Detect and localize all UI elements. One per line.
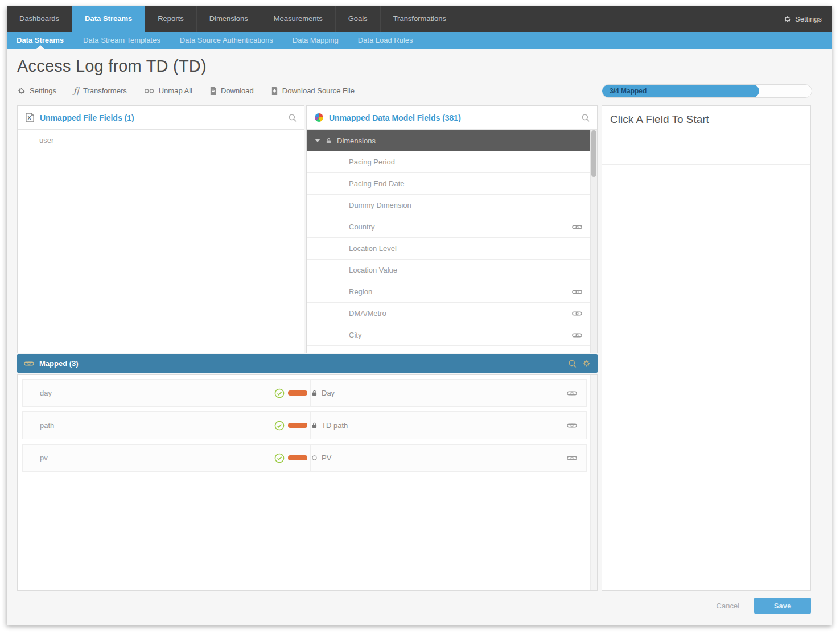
mapping-progress-label: 3/4 Mapped — [602, 87, 647, 95]
unlink-icon — [144, 88, 155, 94]
file-panel-header: X Unmapped File Fields (1) — [18, 106, 304, 130]
footer-actions: Cancel Save — [717, 598, 811, 614]
check-circle-icon — [274, 453, 285, 463]
tab-measurements[interactable]: Measurements — [261, 6, 336, 32]
top-nav: Dashboards Data Streams Reports Dimensio… — [7, 6, 832, 32]
lock-icon — [326, 138, 331, 144]
model-field-row[interactable]: Pacing Period — [307, 151, 590, 173]
gear-icon — [783, 15, 792, 23]
scrollbar-thumb[interactable] — [591, 130, 596, 177]
model-field-row[interactable]: Location Value — [307, 260, 590, 281]
link-icon[interactable] — [567, 423, 577, 429]
sub-nav: Data Streams Data Stream Templates Data … — [7, 32, 832, 49]
file-field-row-user[interactable]: user — [18, 130, 304, 151]
subnav-data-stream-templates[interactable]: Data Stream Templates — [73, 32, 170, 49]
model-panel-scrollbar[interactable] — [590, 130, 597, 353]
search-icon[interactable] — [568, 359, 577, 368]
model-panel-header: Unmapped Data Model Fields (381) — [307, 106, 597, 130]
unmapped-file-fields-panel: X Unmapped File Fields (1) user — [17, 105, 304, 353]
mapped-row-day[interactable]: day Day — [22, 379, 587, 407]
measurement-icon — [312, 455, 317, 461]
tab-dimensions[interactable]: Dimensions — [197, 6, 261, 32]
unmapped-data-model-fields-panel: Unmapped Data Model Fields (381) Dimensi… — [306, 105, 598, 353]
subnav-data-mapping[interactable]: Data Mapping — [283, 32, 348, 49]
search-icon[interactable] — [581, 113, 590, 122]
gear-icon — [17, 87, 26, 95]
mapping-connector — [288, 390, 307, 396]
mapped-section-header[interactable]: Mapped (3) — [17, 354, 598, 373]
dimensions-group-header[interactable]: Dimensions — [307, 130, 590, 151]
toolbar: Settings ƒ| Transformers Unmap All Downl… — [17, 87, 355, 95]
page-title: Access Log from TD (TD) — [17, 57, 207, 76]
subnav-data-load-rules[interactable]: Data Load Rules — [348, 32, 423, 49]
model-panel-title: Unmapped Data Model Fields (381) — [329, 113, 461, 122]
tab-transformations[interactable]: Transformations — [381, 6, 459, 32]
inspector-title: Click A Field To Start — [602, 106, 810, 165]
settings-menu-label: Settings — [795, 15, 822, 23]
subnav-data-streams[interactable]: Data Streams — [7, 32, 73, 49]
mapped-file-field: path — [40, 421, 54, 430]
link-icon[interactable] — [572, 289, 582, 295]
link-icon[interactable] — [572, 224, 582, 230]
gear-icon[interactable] — [582, 359, 591, 368]
svg-text:X: X — [28, 115, 31, 121]
mapping-connector — [288, 423, 307, 428]
mapped-row-path[interactable]: path TD path — [22, 411, 587, 439]
transformers-button[interactable]: ƒ| Transformers — [73, 87, 127, 95]
search-icon[interactable] — [288, 113, 297, 122]
data-model-icon — [315, 113, 323, 122]
model-field-row[interactable]: Dummy Dimension — [307, 195, 590, 216]
mapped-file-field: day — [40, 389, 52, 397]
mapped-file-field: pv — [40, 454, 48, 462]
model-field-row[interactable]: DMA/Metro — [307, 303, 590, 324]
mapped-model-field: PV — [322, 454, 331, 462]
subnav-data-source-authentications[interactable]: Data Source Authentications — [170, 32, 283, 49]
mapped-model-field: Day — [322, 389, 335, 397]
tab-reports[interactable]: Reports — [145, 6, 197, 32]
settings-menu-button[interactable]: Settings — [773, 6, 832, 32]
mapped-model-field: TD path — [322, 421, 348, 430]
lock-icon — [312, 390, 317, 396]
unmap-all-button[interactable]: Unmap All — [144, 87, 192, 95]
file-icon: X — [26, 113, 34, 122]
link-icon[interactable] — [572, 332, 582, 338]
collapse-triangle-icon — [315, 139, 320, 142]
mapping-progress-bar: 3/4 Mapped — [602, 84, 812, 98]
download-button[interactable]: Download — [209, 87, 254, 95]
model-field-list: Pacing Period Pacing End Date Dummy Dime… — [307, 151, 590, 346]
tab-data-streams[interactable]: Data Streams — [72, 6, 145, 32]
tab-dashboards[interactable]: Dashboards — [7, 6, 72, 32]
row-divider — [310, 445, 311, 471]
field-inspector-panel: Click A Field To Start — [602, 105, 811, 591]
model-field-row[interactable]: Region — [307, 281, 590, 303]
check-circle-icon — [274, 421, 285, 431]
app-window: Dashboards Data Streams Reports Dimensio… — [7, 6, 832, 625]
mapped-section-title: Mapped (3) — [39, 359, 79, 368]
download-icon — [209, 87, 217, 95]
row-divider — [310, 380, 311, 406]
link-icon — [24, 361, 34, 367]
download-source-file-button[interactable]: Download Source File — [271, 87, 355, 95]
function-icon: ƒ| — [73, 87, 79, 94]
mapping-connector — [288, 455, 307, 460]
link-icon[interactable] — [572, 311, 582, 316]
model-field-row[interactable]: City — [307, 324, 590, 346]
main-content: Access Log from TD (TD) Settings ƒ| Tran… — [7, 49, 832, 625]
lock-icon — [312, 422, 317, 429]
mapped-row-pv[interactable]: pv PV — [22, 444, 587, 472]
stream-settings-button[interactable]: Settings — [17, 87, 56, 95]
link-icon[interactable] — [567, 390, 577, 396]
link-icon[interactable] — [567, 455, 577, 461]
active-subnav-caret — [36, 45, 44, 49]
row-divider — [310, 412, 311, 439]
model-field-row[interactable]: Country — [307, 216, 590, 238]
mapped-list: day Day — [17, 374, 598, 591]
tab-goals[interactable]: Goals — [336, 6, 381, 32]
cancel-button[interactable]: Cancel — [717, 602, 739, 610]
model-field-row[interactable]: Location Level — [307, 238, 590, 260]
mapped-list-scrollbar[interactable] — [590, 374, 597, 590]
mapping-progress-fill: 3/4 Mapped — [602, 85, 759, 97]
file-panel-title: Unmapped File Fields (1) — [40, 113, 134, 122]
save-button[interactable]: Save — [754, 598, 811, 614]
model-field-row[interactable]: Pacing End Date — [307, 173, 590, 195]
